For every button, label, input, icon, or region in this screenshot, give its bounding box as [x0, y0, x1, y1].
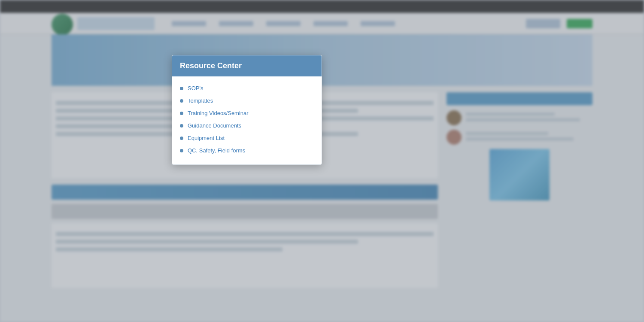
popup-item-sops[interactable]: SOP's — [180, 85, 314, 91]
popup-item-templates[interactable]: Templates — [180, 97, 314, 104]
popup-header: Resource Center — [172, 55, 322, 76]
bullet-dot-guidance — [180, 124, 183, 128]
popup-link-equipment[interactable]: Equipment List — [188, 135, 225, 141]
popup-title: Resource Center — [180, 61, 242, 70]
popup-item-training[interactable]: Training Videos/Seminar — [180, 110, 314, 116]
bullet-dot-sops — [180, 87, 183, 90]
popup-item-qc[interactable]: QC, Safety, Field forms — [180, 147, 314, 154]
popup-link-training[interactable]: Training Videos/Seminar — [188, 110, 249, 116]
popup-link-sops[interactable]: SOP's — [188, 85, 203, 91]
popup-link-qc[interactable]: QC, Safety, Field forms — [188, 147, 245, 154]
popup-link-templates[interactable]: Templates — [188, 97, 213, 104]
bullet-dot-training — [180, 112, 183, 115]
popup-body: SOP's Templates Training Videos/Seminar … — [172, 76, 322, 164]
resource-center-popup: Resource Center SOP's Templates Training… — [172, 55, 322, 165]
popup-link-guidance[interactable]: Guidance Documents — [188, 122, 241, 129]
popup-item-equipment[interactable]: Equipment List — [180, 135, 314, 141]
bullet-dot-equipment — [180, 137, 183, 140]
overlay — [0, 0, 644, 322]
popup-item-guidance[interactable]: Guidance Documents — [180, 122, 314, 129]
bullet-dot-templates — [180, 99, 183, 103]
bullet-dot-qc — [180, 149, 183, 152]
